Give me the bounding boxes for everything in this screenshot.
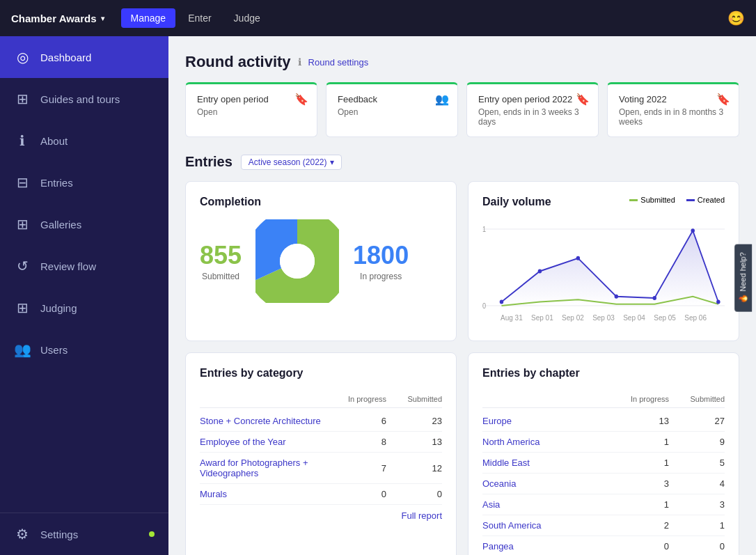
round-cards: Entry open period Open 🔖 Feedback Open 👥…: [185, 82, 739, 137]
app-title[interactable]: Chamber Awards ▾: [11, 13, 104, 24]
chart-legend: Submitted Created: [629, 196, 725, 204]
completion-pie-chart: [255, 219, 339, 303]
category-link-3[interactable]: Murals: [200, 489, 331, 499]
round-card-1: Feedback Open 👥: [326, 82, 458, 137]
x-label-4: Sep 04: [623, 314, 645, 322]
full-report-link[interactable]: Full report: [200, 510, 442, 521]
category-col-submitted: Submitted: [386, 395, 442, 403]
sidebar-item-dashboard[interactable]: ◎ Dashboard: [0, 36, 168, 78]
x-label-0: Aug 31: [501, 314, 523, 322]
user-icon[interactable]: 😊: [727, 10, 745, 26]
chapter-row-6: Pangea 0 0: [482, 536, 725, 555]
need-help-button[interactable]: 🔥 Need help?: [734, 244, 752, 311]
daily-volume-chart: 1 0: [482, 222, 725, 313]
chapter-row-6-progress: 0: [613, 541, 669, 552]
chapter-link-2[interactable]: Middle East: [482, 458, 613, 468]
chapter-table-header: In progress Submitted: [482, 391, 725, 408]
entries-by-category-title: Entries by category: [200, 367, 442, 380]
chapter-link-1[interactable]: North America: [482, 437, 613, 447]
svg-text:0: 0: [482, 302, 486, 310]
round-card-title-0: Entry open period: [197, 94, 306, 104]
chapter-link-3[interactable]: Oceania: [482, 478, 613, 489]
sidebar-item-judging[interactable]: ⊞ Judging: [0, 287, 168, 329]
nav-judge[interactable]: Judge: [224, 8, 270, 28]
chapter-col-in-progress: In progress: [613, 395, 669, 403]
sidebar-item-review-flow[interactable]: ↺ Review flow: [0, 245, 168, 287]
round-settings-link[interactable]: Round settings: [308, 57, 369, 68]
active-season-label: Active season (2022): [249, 157, 327, 167]
round-card-status-1: Open: [338, 107, 446, 117]
category-link-0[interactable]: Stone + Concrete Architecture: [200, 416, 331, 426]
round-card-title-2: Entry open period 2022: [478, 94, 587, 104]
round-card-2: Entry open period 2022 Open, ends in in …: [466, 82, 599, 137]
completion-title: Completion: [200, 196, 442, 208]
svg-point-9: [538, 269, 542, 274]
chapter-row-4-progress: 1: [613, 499, 669, 510]
settings-icon: ⚙: [14, 526, 31, 542]
chapter-link-6[interactable]: Pangea: [482, 541, 613, 552]
chapter-row-5-submitted: 1: [669, 520, 725, 531]
daily-volume-card: Daily volume Submitted Created: [468, 181, 739, 341]
submitted-stat: 855 Submitted: [200, 241, 242, 281]
svg-point-14: [716, 300, 720, 304]
sidebar-label-users: Users: [40, 344, 68, 356]
sidebar-label-galleries: Galleries: [40, 219, 81, 230]
chapter-row-0-submitted: 27: [669, 416, 725, 426]
active-season-chevron: ▾: [330, 157, 334, 167]
chapter-link-0[interactable]: Europe: [482, 416, 613, 426]
sidebar-item-entries[interactable]: ⊟ Entries: [0, 162, 168, 203]
top-navigation: Chamber Awards ▾ Manage Enter Judge 😊: [0, 0, 756, 36]
submitted-count: 855: [200, 241, 242, 270]
sidebar-item-about[interactable]: ℹ About: [0, 120, 168, 162]
category-row-1: Employee of the Year 8 13: [200, 432, 442, 453]
sidebar-item-settings[interactable]: ⚙ Settings: [0, 513, 168, 555]
legend-created-dot: [686, 199, 695, 201]
daily-volume-title: Daily volume: [482, 196, 551, 208]
chapter-row-1-submitted: 9: [669, 437, 725, 447]
category-link-2[interactable]: Award for Photographers + Videographers: [200, 458, 331, 478]
chapter-row-1: North America 1 9: [482, 432, 725, 453]
sidebar-label-about: About: [40, 135, 68, 147]
chapter-row-0: Europe 13 27: [482, 411, 725, 432]
sidebar-item-users[interactable]: 👥 Users: [0, 329, 168, 370]
sidebar-item-galleries[interactable]: ⊞ Galleries: [0, 203, 168, 245]
chart-container: 1 0: [482, 222, 725, 327]
round-card-status-2: Open, ends in in 3 weeks 3 days: [478, 107, 587, 127]
chapter-col-name: [482, 395, 613, 403]
entries-grid: Completion 855 Submitted 1800: [185, 181, 739, 555]
entries-by-chapter-card: Entries by chapter In progress Submitted…: [468, 352, 739, 555]
sidebar-indicator: [149, 531, 155, 537]
round-card-3: Voting 2022 Open, ends in in 8 months 3 …: [607, 82, 739, 137]
chapter-link-5[interactable]: South America: [482, 520, 613, 531]
chapter-row-0-progress: 13: [613, 416, 669, 426]
inprogress-stat: 1800 In progress: [353, 241, 409, 281]
category-row-0-progress: 6: [331, 416, 386, 426]
category-row-1-submitted: 13: [386, 437, 442, 447]
round-card-icon-3: 🔖: [716, 93, 730, 106]
round-activity-info-icon[interactable]: ℹ: [298, 56, 301, 68]
sidebar-item-guides[interactable]: ⊞ Guides and tours: [0, 78, 168, 120]
category-row-3: Murals 0 0: [200, 484, 442, 505]
round-card-icon-0: 🔖: [294, 93, 308, 106]
nav-manage[interactable]: Manage: [121, 8, 176, 28]
category-row-2-progress: 7: [331, 463, 386, 474]
galleries-icon: ⊞: [14, 216, 31, 233]
legend-created-label: Created: [698, 196, 725, 204]
chapter-row-4: Asia 1 3: [482, 494, 725, 515]
legend-created: Created: [686, 196, 725, 204]
completion-content: 855 Submitted 1800 In progress: [200, 219, 442, 303]
svg-point-12: [653, 296, 656, 300]
round-card-title-3: Voting 2022: [619, 94, 727, 104]
chapter-row-2-submitted: 5: [669, 458, 725, 468]
x-label-2: Sep 02: [562, 314, 584, 322]
chapter-row-4-submitted: 3: [669, 499, 725, 510]
nav-enter[interactable]: Enter: [178, 8, 221, 28]
chapter-col-submitted: Submitted: [669, 395, 725, 403]
legend-submitted-dot: [629, 199, 638, 201]
active-season-badge[interactable]: Active season (2022) ▾: [241, 155, 342, 170]
svg-text:1: 1: [482, 226, 486, 233]
chapter-link-4[interactable]: Asia: [482, 499, 613, 510]
category-link-1[interactable]: Employee of the Year: [200, 437, 331, 447]
x-label-1: Sep 01: [531, 314, 553, 322]
svg-point-2: [280, 244, 315, 279]
